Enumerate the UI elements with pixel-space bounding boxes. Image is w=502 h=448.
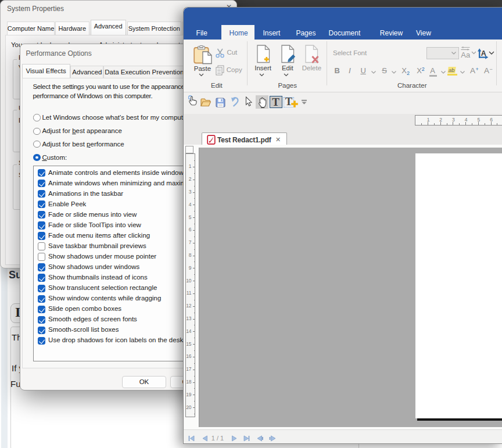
svg-text:A: A — [481, 49, 486, 58]
